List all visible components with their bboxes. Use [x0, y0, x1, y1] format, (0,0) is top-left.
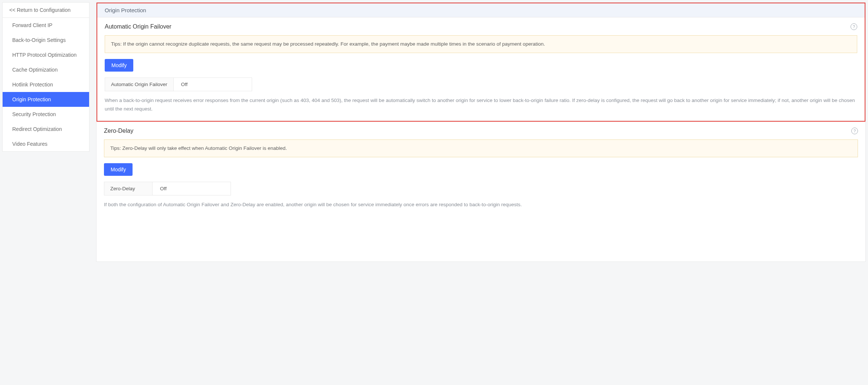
- sidebar-item-security-protection[interactable]: Security Protection: [3, 107, 89, 122]
- sidebar-item-video-features[interactable]: Video Features: [3, 136, 89, 151]
- section-title-failover: Automatic Origin Failover: [105, 23, 172, 30]
- failover-status-value: Off: [174, 78, 252, 91]
- section-title-row: Automatic Origin Failover ?: [105, 23, 857, 30]
- sidebar-item-cache-optimization[interactable]: Cache Optimization: [3, 62, 89, 77]
- sidebar-item-hotlink-protection[interactable]: Hotlink Protection: [3, 77, 89, 92]
- main-panel: Origin Protection Automatic Origin Failo…: [96, 2, 866, 262]
- sidebar-item-back-to-origin-settings[interactable]: Back-to-Origin Settings: [3, 33, 89, 47]
- tip-box-failover: Tips: If the origin cannot recognize dup…: [105, 35, 857, 53]
- failover-status-table: Automatic Origin Failover Off: [105, 78, 252, 91]
- help-icon[interactable]: ?: [851, 128, 858, 134]
- section-zero-delay: Zero-Delay ? Tips: Zero-Delay will only …: [97, 122, 865, 217]
- sidebar-item-redirect-optimization[interactable]: Redirect Optimization: [3, 122, 89, 136]
- modify-button-zerodelay[interactable]: Modify: [104, 163, 133, 176]
- sidebar-item-forward-client-ip[interactable]: Forward Client IP: [3, 18, 89, 33]
- return-to-configuration-link[interactable]: << Return to Configuration: [3, 3, 89, 18]
- sidebar-item-http-protocol-optimization[interactable]: HTTP Protocol Optimization: [3, 47, 89, 62]
- failover-status-label: Automatic Origin Failover: [105, 78, 174, 91]
- help-icon[interactable]: ?: [851, 23, 857, 30]
- section-title-zerodelay: Zero-Delay: [104, 128, 133, 134]
- sidebar-item-origin-protection[interactable]: Origin Protection: [3, 92, 89, 107]
- page-container: << Return to Configuration Forward Clien…: [0, 0, 868, 385]
- modify-button-failover[interactable]: Modify: [105, 59, 133, 72]
- zerodelay-description: If both the configuration of Automatic O…: [104, 201, 858, 209]
- section-title-row: Zero-Delay ?: [104, 128, 858, 134]
- highlighted-section: Origin Protection Automatic Origin Failo…: [97, 3, 865, 122]
- sidebar: << Return to Configuration Forward Clien…: [2, 2, 89, 152]
- tip-box-zerodelay: Tips: Zero-Delay will only take effect w…: [104, 139, 858, 157]
- zerodelay-status-label: Zero-Delay: [104, 182, 153, 195]
- zerodelay-status-value: Off: [153, 182, 231, 195]
- failover-description: When a back-to-origin request receives e…: [105, 96, 857, 113]
- zerodelay-status-table: Zero-Delay Off: [104, 182, 231, 195]
- panel-header: Origin Protection: [97, 3, 865, 17]
- section-automatic-origin-failover: Automatic Origin Failover ? Tips: If the…: [97, 17, 865, 121]
